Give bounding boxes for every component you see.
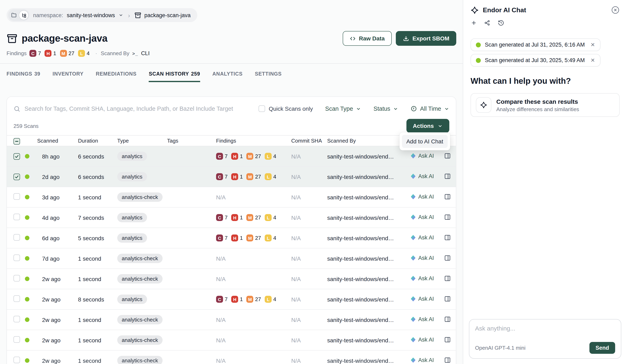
open-compare-button[interactable] <box>444 275 451 282</box>
scan-row[interactable]: 8h ago6 secondsanalyticsC7H1M27L4N/Asani… <box>7 146 456 166</box>
row-checkbox[interactable] <box>13 255 20 261</box>
model-label: OpenAI GPT-4.1 mini <box>475 345 525 351</box>
scan-row[interactable]: 2w ago8 secondsanalyticsC7H1M27L4N/Asani… <box>7 289 456 310</box>
tab-remediations[interactable]: REMEDIATIONS <box>96 71 136 82</box>
open-compare-button[interactable] <box>444 213 451 220</box>
ask-ai-label: Ask AI <box>418 214 434 220</box>
tab-findings[interactable]: FINDINGS39 <box>6 71 40 82</box>
open-compare-button[interactable] <box>444 193 451 200</box>
type-pill: analytics-check <box>117 274 162 284</box>
column-header-scanned[interactable]: Scanned <box>37 135 78 146</box>
ask-ai-button[interactable]: Ask AI <box>411 275 434 281</box>
ask-ai-button[interactable]: Ask AI <box>411 316 434 322</box>
open-compare-button[interactable] <box>444 315 451 322</box>
search-input[interactable] <box>25 105 252 112</box>
column-header-duration[interactable]: Duration <box>78 135 117 146</box>
ai-chat-panel: Endor AI Chat Scan generated at Jul 31, … <box>463 0 627 364</box>
chevron-down-icon[interactable] <box>119 13 124 18</box>
tab-scan-history[interactable]: SCAN HISTORY259 <box>149 71 200 82</box>
chip-close-icon[interactable]: ✕ <box>590 42 595 48</box>
scanned-cell: 2w ago <box>37 350 78 364</box>
tab-settings[interactable]: SETTINGS <box>255 71 282 82</box>
chat-close-button[interactable] <box>611 6 620 14</box>
quick-scans-checkbox[interactable] <box>259 105 265 112</box>
select-all-checkbox[interactable] <box>13 138 20 145</box>
row-findings-na: N/A <box>216 357 226 364</box>
scan-row[interactable]: 2w ago1 secondanalytics-checkN/AN/Asanit… <box>7 330 456 350</box>
scan-row[interactable]: 3d ago1 secondanalytics-checkN/AN/Asanit… <box>7 187 456 207</box>
folder-icon[interactable] <box>9 10 19 20</box>
row-checkbox[interactable] <box>13 214 20 220</box>
row-checkbox[interactable] <box>13 193 20 200</box>
open-compare-button[interactable] <box>444 336 451 343</box>
suggestion-card-compare-scans[interactable]: Compare these scan results Analyze diffe… <box>470 93 620 117</box>
open-compare-button[interactable] <box>444 173 451 180</box>
findings-cell: C7H1M27L4 <box>216 207 291 228</box>
new-chat-button[interactable] <box>470 19 477 26</box>
scan-row[interactable]: 6d ago5 secondsanalyticsC7H1M27L4N/Asani… <box>7 228 456 248</box>
scanned-cell: 6d ago <box>37 228 78 248</box>
column-header-scanned-by[interactable]: Scanned By <box>327 135 411 146</box>
tab-analytics[interactable]: ANALYTICS <box>212 71 243 82</box>
ask-ai-button[interactable]: Ask AI <box>411 296 434 302</box>
column-header-type[interactable]: Type <box>117 135 167 146</box>
status-filter[interactable]: Status <box>373 105 398 112</box>
chat-history-button[interactable] <box>498 19 504 26</box>
quick-scans-toggle[interactable]: Quick Scans only <box>259 105 313 112</box>
tab-inventory[interactable]: INVENTORY <box>52 71 84 82</box>
chat-input[interactable] <box>475 325 615 332</box>
row-checkbox[interactable] <box>13 234 20 241</box>
open-compare-button[interactable] <box>444 152 451 159</box>
severity-high-count: 1 <box>240 235 243 241</box>
row-checkbox[interactable] <box>13 357 20 363</box>
open-compare-button[interactable] <box>444 234 451 241</box>
ask-ai-button[interactable]: Ask AI <box>411 234 434 241</box>
breadcrumb-view-switch[interactable] <box>8 9 29 21</box>
scan-row[interactable]: 7d ago1 secondanalytics-checkN/AN/Asanit… <box>7 248 456 269</box>
ask-ai-button[interactable]: Ask AI <box>411 173 434 179</box>
scan-row[interactable]: 2d ago6 secondsanalyticsC7H1M27L4N/Asani… <box>7 166 456 187</box>
scan-row[interactable]: 2w ago1 secondanalytics-checkN/AN/Asanit… <box>7 269 456 289</box>
ask-ai-button[interactable]: Ask AI <box>411 337 434 343</box>
findings-cell: C7H1M27L4 <box>216 289 291 310</box>
send-button[interactable]: Send <box>589 342 615 354</box>
scan-row[interactable]: 2w ago1 secondanalytics-checkN/AN/Asanit… <box>7 310 456 330</box>
ask-ai-button[interactable]: Ask AI <box>411 357 434 363</box>
menu-item-add-to-ai-chat[interactable]: Add to AI Chat <box>402 135 448 148</box>
actions-button[interactable]: Actions <box>406 119 449 133</box>
ask-ai-button[interactable]: Ask AI <box>411 255 434 261</box>
breadcrumb: namespace: sanity-test-windows › package… <box>6 8 197 22</box>
share-chat-button[interactable] <box>484 19 491 26</box>
tree-view-icon[interactable] <box>19 10 29 20</box>
column-header-commit-sha[interactable]: Commit SHA <box>291 135 327 146</box>
breadcrumb-entity[interactable]: package-scan-java <box>135 12 191 19</box>
ask-ai-button[interactable]: Ask AI <box>411 214 434 220</box>
plus-icon <box>470 19 477 26</box>
row-checkbox[interactable] <box>13 153 20 159</box>
commit-sha-cell: N/A <box>291 276 301 282</box>
ask-ai-icon <box>411 174 416 179</box>
row-checkbox[interactable] <box>13 295 20 302</box>
namespace-value[interactable]: sanity-test-windows <box>67 12 115 18</box>
scan-row[interactable]: 4d ago7 secondsanalyticsC7H1M27L4N/Asani… <box>7 207 456 228</box>
ask-ai-label: Ask AI <box>418 275 434 281</box>
row-checkbox[interactable] <box>13 316 20 322</box>
ask-ai-button[interactable]: Ask AI <box>411 153 434 159</box>
open-compare-button[interactable] <box>444 295 451 302</box>
search-box[interactable] <box>13 105 252 112</box>
column-header-tags[interactable]: Tags <box>167 135 216 146</box>
chip-close-icon[interactable]: ✕ <box>590 57 595 63</box>
open-compare-button[interactable] <box>444 357 451 364</box>
column-header-findings[interactable]: Findings <box>216 135 291 146</box>
ask-ai-label: Ask AI <box>418 173 434 179</box>
open-compare-button[interactable] <box>444 254 451 261</box>
export-sbom-button[interactable]: Export SBOM <box>396 31 456 46</box>
raw-data-button[interactable]: Raw Data <box>343 31 392 46</box>
time-filter[interactable]: All Time <box>411 105 449 112</box>
ask-ai-button[interactable]: Ask AI <box>411 194 434 200</box>
scan-row[interactable]: 2w ago1 secondanalytics-checkN/AN/Asanit… <box>7 350 456 364</box>
row-checkbox[interactable] <box>13 336 20 343</box>
scan-type-filter[interactable]: Scan Type <box>325 105 361 112</box>
row-checkbox[interactable] <box>13 173 20 180</box>
row-checkbox[interactable] <box>13 275 20 281</box>
